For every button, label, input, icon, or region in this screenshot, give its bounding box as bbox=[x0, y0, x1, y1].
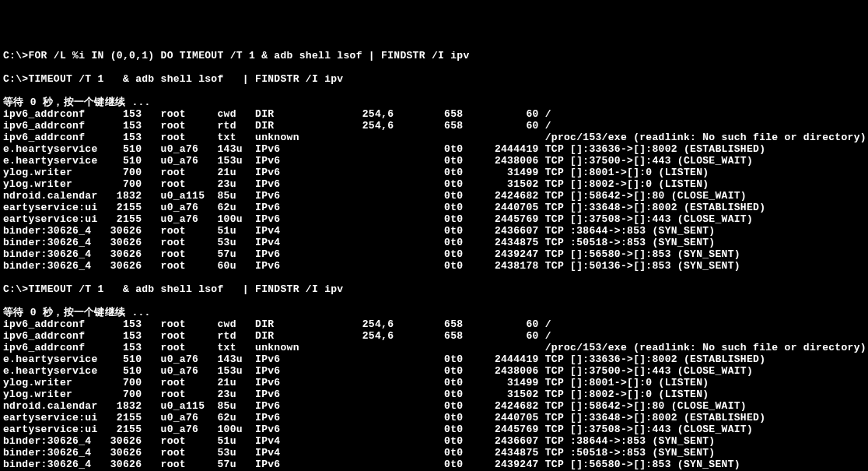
lsof-row: ipv6_addrconf 153 root txt unknown /proc… bbox=[3, 342, 865, 353]
lsof-row: ndroid.calendar 1832 u0_a115 85u IPv6 0t… bbox=[3, 190, 865, 202]
lsof-row: ipv6_addrconf 153 root cwd DIR 254,6 658… bbox=[3, 318, 865, 330]
lsof-row: binder:30626_4 30626 root 60u IPv6 0t0 2… bbox=[3, 260, 865, 272]
blank-line bbox=[3, 85, 865, 97]
lsof-row: ipv6_addrconf 153 root rtd DIR 254,6 658… bbox=[3, 330, 865, 342]
lsof-row: binder:30626_4 30626 root 57u IPv6 0t0 2… bbox=[3, 459, 865, 470]
lsof-row: eartyservice:ui 2155 u0_a76 100u IPv6 0t… bbox=[3, 213, 865, 225]
blank-line bbox=[3, 62, 865, 73]
lsof-row: ndroid.calendar 1832 u0_a115 85u IPv6 0t… bbox=[3, 400, 865, 412]
wait-message: 等待 0 秒，按一个键继续 ... bbox=[3, 97, 865, 108]
lsof-row: binder:30626_4 30626 root 57u IPv6 0t0 2… bbox=[3, 248, 865, 260]
lsof-row: binder:30626_4 30626 root 51u IPv4 0t0 2… bbox=[3, 225, 865, 237]
lsof-row: e.heartyservice 510 u0_a76 153u IPv6 0t0… bbox=[3, 365, 865, 377]
lsof-row: e.heartyservice 510 u0_a76 143u IPv6 0t0… bbox=[3, 143, 865, 155]
terminal-output[interactable]: C:\>FOR /L %i IN (0,0,1) DO TIMEOUT /T 1… bbox=[3, 50, 865, 471]
command-line: C:\>TIMEOUT /T 1 & adb shell lsof | FIND… bbox=[3, 283, 865, 295]
lsof-row: ylog.writer 700 root 23u IPv6 0t0 31502 … bbox=[3, 178, 865, 190]
blank-line bbox=[3, 272, 865, 283]
lsof-row: ipv6_addrconf 153 root rtd DIR 254,6 658… bbox=[3, 120, 865, 132]
lsof-row: ylog.writer 700 root 21u IPv6 0t0 31499 … bbox=[3, 377, 865, 388]
wait-message: 等待 0 秒，按一个键继续 ... bbox=[3, 307, 865, 318]
command-line: C:\>TIMEOUT /T 1 & adb shell lsof | FIND… bbox=[3, 73, 865, 85]
lsof-row: binder:30626_4 30626 root 53u IPv4 0t0 2… bbox=[3, 237, 865, 248]
lsof-row: e.heartyservice 510 u0_a76 143u IPv6 0t0… bbox=[3, 353, 865, 365]
lsof-row: eartyservice:ui 2155 u0_a76 62u IPv6 0t0… bbox=[3, 202, 865, 213]
lsof-row: eartyservice:ui 2155 u0_a76 62u IPv6 0t0… bbox=[3, 412, 865, 424]
blank-line bbox=[3, 295, 865, 307]
lsof-row: ylog.writer 700 root 23u IPv6 0t0 31502 … bbox=[3, 388, 865, 400]
lsof-row: binder:30626_4 30626 root 51u IPv4 0t0 2… bbox=[3, 435, 865, 447]
lsof-row: ipv6_addrconf 153 root cwd DIR 254,6 658… bbox=[3, 108, 865, 120]
lsof-row: ipv6_addrconf 153 root txt unknown /proc… bbox=[3, 132, 865, 143]
lsof-row: e.heartyservice 510 u0_a76 153u IPv6 0t0… bbox=[3, 155, 865, 167]
lsof-row: binder:30626_4 30626 root 53u IPv4 0t0 2… bbox=[3, 447, 865, 459]
lsof-row: eartyservice:ui 2155 u0_a76 100u IPv6 0t… bbox=[3, 424, 865, 435]
command-line: C:\>FOR /L %i IN (0,0,1) DO TIMEOUT /T 1… bbox=[3, 50, 865, 62]
lsof-row: ylog.writer 700 root 21u IPv6 0t0 31499 … bbox=[3, 167, 865, 178]
